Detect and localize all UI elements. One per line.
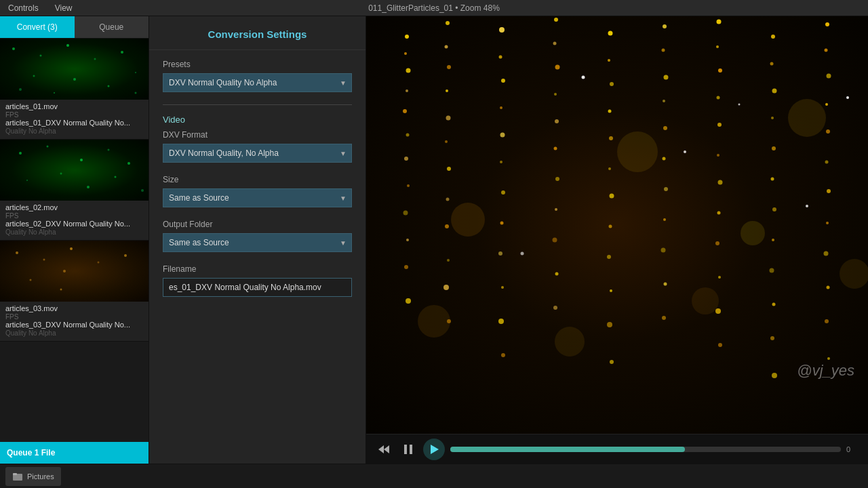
svg-point-61	[501, 190, 505, 195]
rewind-button[interactable]	[374, 440, 393, 459]
svg-point-29	[60, 289, 62, 291]
svg-point-111	[715, 308, 721, 314]
svg-point-3	[94, 58, 96, 60]
svg-point-114	[770, 62, 774, 66]
svg-point-72	[554, 147, 557, 150]
presets-dropdown[interactable]: DXV Normal Quality No Alpha	[163, 73, 352, 92]
title-bar: 011_GlitterParticles_01 • Zoom 48%	[368, 3, 500, 13]
output-meta: Quality No Alpha	[5, 127, 143, 135]
time-label: 0	[846, 445, 860, 453]
svg-point-75	[553, 238, 557, 243]
progress-fill	[450, 447, 685, 452]
svg-point-127	[827, 74, 831, 79]
video-preview-panel: @vj_yes 0	[366, 16, 868, 464]
file-thumbnail	[0, 241, 149, 302]
output-folder-label: Output Folder	[163, 220, 352, 229]
svg-point-112	[718, 343, 722, 347]
svg-point-91	[662, 49, 665, 52]
filename-label: Filename	[163, 264, 352, 274]
svg-point-6	[33, 75, 35, 77]
svg-point-16	[127, 162, 130, 165]
svg-marker-152	[384, 445, 389, 453]
list-item[interactable]: articles_02.mov FPS articles_02_DXV Norm…	[0, 140, 149, 241]
svg-point-50	[446, 198, 450, 201]
file-meta: FPS	[5, 313, 143, 321]
list-item[interactable]: articles_01.mov FPS articles_01_DXV Norm…	[0, 39, 149, 140]
svg-point-81	[608, 110, 612, 113]
pause-button[interactable]	[399, 440, 418, 459]
svg-point-88	[607, 322, 612, 327]
progress-bar[interactable]	[450, 447, 841, 452]
svg-point-86	[607, 255, 611, 259]
svg-point-139	[692, 287, 719, 314]
file-name: articles_03.mov	[5, 304, 143, 312]
svg-point-76	[555, 272, 559, 276]
svg-point-40	[406, 239, 409, 241]
svg-point-25	[98, 262, 100, 264]
presets-group: Presets DXV Normal Quality No Alpha ▼	[163, 60, 352, 92]
svg-point-99	[664, 283, 667, 286]
svg-point-96	[664, 187, 668, 191]
svg-rect-153	[404, 445, 407, 454]
svg-point-42	[406, 298, 411, 304]
dxv-format-dropdown[interactable]: DXV Normal Quality, No Alpha	[163, 144, 352, 163]
svg-point-128	[825, 103, 828, 106]
svg-point-95	[663, 157, 666, 161]
svg-point-144	[840, 259, 868, 289]
filename-group: Filename	[163, 264, 352, 297]
filename-input[interactable]	[163, 278, 352, 297]
menu-view[interactable]: View	[52, 2, 75, 14]
svg-point-24	[70, 247, 73, 250]
svg-point-13	[47, 146, 49, 148]
conversion-settings-panel: Conversion Settings Presets DXV Normal Q…	[149, 16, 366, 464]
svg-point-140	[788, 99, 826, 137]
svg-point-109	[715, 241, 719, 245]
menu-controls[interactable]: Controls	[5, 2, 41, 14]
play-button[interactable]	[423, 439, 445, 460]
presets-dropdown-wrapper: DXV Normal Quality No Alpha ▼	[163, 73, 352, 92]
svg-point-102	[716, 45, 719, 48]
taskbar-pictures[interactable]: Pictures	[5, 467, 61, 486]
svg-point-8	[108, 85, 110, 87]
svg-point-77	[553, 306, 557, 310]
list-item[interactable]: articles_03.mov FPS articles_03_DXV Norm…	[0, 241, 149, 342]
presets-label: Presets	[163, 60, 352, 69]
svg-point-85	[609, 225, 612, 228]
output-folder-dropdown[interactable]: Same as Source	[163, 233, 352, 252]
file-meta: FPS	[5, 212, 143, 220]
svg-point-146	[684, 150, 686, 153]
svg-point-104	[717, 96, 720, 100]
menu-bar: Controls View 011_GlitterParticles_01 • …	[0, 0, 868, 16]
svg-point-138	[617, 131, 658, 172]
svg-point-58	[500, 106, 502, 109]
size-dropdown[interactable]: Same as Source	[163, 188, 352, 207]
svg-point-136	[827, 357, 830, 360]
dxv-format-label: DXV Format	[163, 130, 352, 140]
tab-queue[interactable]: Queue	[75, 16, 149, 38]
svg-point-73	[555, 177, 559, 181]
svg-point-132	[826, 222, 829, 224]
svg-point-19	[87, 186, 90, 188]
svg-point-129	[826, 129, 830, 134]
tab-convert[interactable]: Convert (3)	[0, 16, 75, 38]
tab-bar: Convert (3) Queue	[0, 16, 149, 39]
queue-bar[interactable]: Queue 1 File	[0, 442, 149, 464]
output-name: articles_03_DXV Normal Quality No...	[5, 321, 143, 329]
svg-point-133	[824, 251, 829, 256]
svg-point-126	[825, 49, 828, 52]
svg-point-83	[608, 167, 611, 170]
svg-marker-151	[378, 445, 384, 453]
svg-point-116	[771, 117, 774, 119]
file-thumbnail	[0, 140, 149, 201]
svg-point-64	[501, 286, 504, 289]
svg-point-63	[498, 251, 502, 256]
size-label: Size	[163, 175, 352, 184]
svg-point-125	[825, 22, 829, 26]
svg-point-93	[663, 100, 665, 102]
svg-point-46	[446, 89, 448, 92]
svg-point-49	[447, 167, 451, 171]
svg-point-69	[555, 65, 560, 70]
thumb-bg	[0, 39, 149, 100]
svg-point-20	[115, 176, 117, 178]
svg-point-147	[738, 104, 741, 106]
